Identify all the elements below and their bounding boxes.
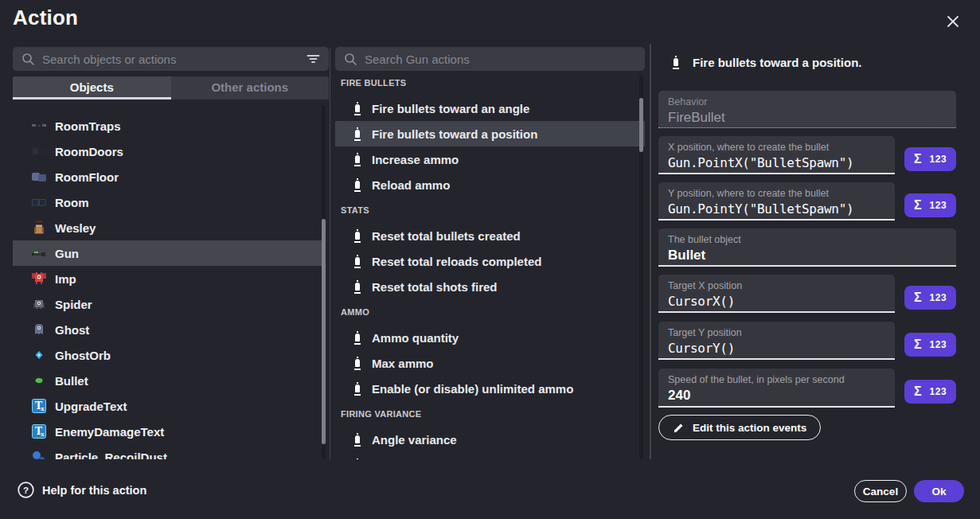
text-object-icon: Tx xyxy=(32,399,46,413)
field-target-y[interactable]: Target Y position CursorY() xyxy=(658,322,895,360)
field-value[interactable]: Gun.PointY("BulletSpawn") xyxy=(668,201,885,217)
object-row-ghost[interactable]: Ghost xyxy=(13,317,322,342)
object-label: UpgradeText xyxy=(55,400,127,413)
svg-text:?: ? xyxy=(23,486,29,495)
middle-scrollbar-thumb[interactable] xyxy=(639,98,643,152)
filter-icon[interactable] xyxy=(306,53,320,65)
object-row-roomdoors[interactable]: RoomDoors xyxy=(13,139,322,164)
action-row[interactable]: Reload ammo xyxy=(335,172,645,197)
objects-search-input[interactable] xyxy=(42,53,299,66)
left-scrollbar[interactable] xyxy=(322,105,326,459)
action-row-partial[interactable] xyxy=(335,452,645,459)
action-label: Reload ammo xyxy=(372,178,450,192)
tab-label: Other actions xyxy=(211,80,288,94)
edit-action-events-button[interactable]: Edit this action events xyxy=(658,415,821,440)
object-list: RoomTraps RoomDoors RoomFloor Room Wesle… xyxy=(13,113,322,459)
action-list: FIRE BULLETS Fire bullets toward an angl… xyxy=(335,70,645,459)
sigma-icon: Σ xyxy=(914,291,922,305)
tab-label: Objects xyxy=(70,80,114,94)
object-row-enemydamagetext[interactable]: Tx EnemyDamageText xyxy=(13,419,322,444)
numbers-icon: 123 xyxy=(930,386,947,397)
actions-search-input[interactable] xyxy=(365,53,636,66)
action-label: Ammo quantity xyxy=(372,331,459,345)
svg-text:x: x xyxy=(41,404,45,412)
field-target-x[interactable]: Target X position CursorX() xyxy=(658,275,895,313)
object-row-spider[interactable]: Spider xyxy=(13,291,322,317)
ok-button[interactable]: Ok xyxy=(914,480,964,502)
sigma-icon: Σ xyxy=(914,152,922,166)
sigma-icon: Σ xyxy=(914,338,922,352)
object-row-upgradetext[interactable]: Tx UpgradeText xyxy=(13,393,322,419)
field-value[interactable]: Gun.PointX("BulletSpawn") xyxy=(668,155,885,170)
action-row[interactable]: Reset total reloads completed xyxy=(335,248,645,274)
object-row-imp[interactable]: Imp xyxy=(13,266,322,291)
object-row-roomtraps[interactable]: RoomTraps xyxy=(13,113,322,139)
bullet-icon xyxy=(354,127,361,141)
object-label: Imp xyxy=(55,272,76,286)
expression-editor-button[interactable]: Σ 123 xyxy=(904,380,956,404)
object-row-roomfloor[interactable]: RoomFloor xyxy=(13,164,322,189)
help-label: Help for this action xyxy=(42,484,146,497)
bullet-icon xyxy=(354,229,361,243)
bullet-icon xyxy=(354,153,361,166)
field-speed[interactable]: Speed of the bullet, in pixels per secon… xyxy=(658,369,895,408)
left-scrollbar-thumb[interactable] xyxy=(322,219,326,444)
object-label: RoomTraps xyxy=(55,119,121,133)
field-value[interactable]: Bullet xyxy=(668,248,947,263)
numbers-icon: 123 xyxy=(930,339,947,350)
field-bullet-object[interactable]: The bullet object Bullet xyxy=(658,228,956,267)
wesley-icon xyxy=(32,220,46,235)
cancel-button[interactable]: Cancel xyxy=(854,480,907,502)
action-row[interactable]: Max ammo xyxy=(335,350,645,376)
middle-scrollbar[interactable] xyxy=(639,76,643,459)
close-icon[interactable] xyxy=(943,11,963,32)
edit-action-events-label: Edit this action events xyxy=(693,422,806,434)
expression-editor-button[interactable]: Σ 123 xyxy=(904,193,956,217)
field-label: Target Y position xyxy=(668,327,885,338)
field-behavior: Behavior FireBullet xyxy=(658,91,956,128)
field-y-position[interactable]: Y position, where to create the bullet G… xyxy=(658,182,895,220)
object-row-gun[interactable]: Gun xyxy=(13,240,322,266)
action-row[interactable]: Reset total shots fired xyxy=(335,274,645,299)
roomtraps-icon xyxy=(32,119,46,133)
object-row-wesley[interactable]: Wesley xyxy=(13,215,322,240)
help-link[interactable]: ? Help for this action xyxy=(18,482,146,498)
cancel-label: Cancel xyxy=(863,486,898,498)
action-description: Fire bullets toward a position. xyxy=(673,56,862,69)
action-row[interactable]: Fire bullets toward an angle xyxy=(335,96,645,121)
field-x-position[interactable]: X position, where to create the bullet G… xyxy=(658,136,895,174)
numbers-icon: 123 xyxy=(930,154,947,165)
action-row[interactable]: Ammo quantity xyxy=(335,325,645,350)
ghost-icon xyxy=(32,322,46,337)
action-row[interactable]: Enable (or disable) unlimited ammo xyxy=(335,376,645,401)
action-row-selected[interactable]: Fire bullets toward a position xyxy=(335,121,645,146)
action-row[interactable]: Reset total bullets created xyxy=(335,223,645,248)
expression-editor-button[interactable]: Σ 123 xyxy=(904,147,956,171)
bullet-icon xyxy=(354,102,361,115)
field-label: The bullet object xyxy=(668,234,947,245)
field-value[interactable]: CursorY() xyxy=(668,341,885,356)
object-row-particle-recoildust[interactable]: Particle_RecoilDust xyxy=(13,444,322,459)
search-icon xyxy=(21,53,35,66)
bullet-icon xyxy=(673,56,679,69)
roomdoors-icon xyxy=(32,144,46,158)
roomfloor-icon xyxy=(32,170,46,184)
object-label: Bullet xyxy=(55,374,88,388)
action-row[interactable]: Increase ammo xyxy=(335,146,645,172)
action-row[interactable]: Angle variance xyxy=(335,427,645,452)
object-row-bullet[interactable]: Bullet xyxy=(13,368,322,393)
field-value[interactable]: CursorX() xyxy=(668,294,885,309)
bullet-icon xyxy=(354,255,361,268)
field-value[interactable]: 240 xyxy=(668,388,885,404)
expression-editor-button[interactable]: Σ 123 xyxy=(904,286,956,310)
room-icon xyxy=(32,195,46,209)
tab-other-actions[interactable]: Other actions xyxy=(171,76,330,100)
object-label: Room xyxy=(55,196,89,209)
expression-editor-button[interactable]: Σ 123 xyxy=(904,333,956,357)
action-label: Angle variance xyxy=(372,433,457,447)
actions-search-box xyxy=(335,47,645,71)
object-row-ghostorb[interactable]: GhostOrb xyxy=(13,342,322,368)
object-label: Wesley xyxy=(55,221,96,235)
object-row-room[interactable]: Room xyxy=(13,189,322,215)
tab-objects[interactable]: Objects xyxy=(13,76,171,100)
